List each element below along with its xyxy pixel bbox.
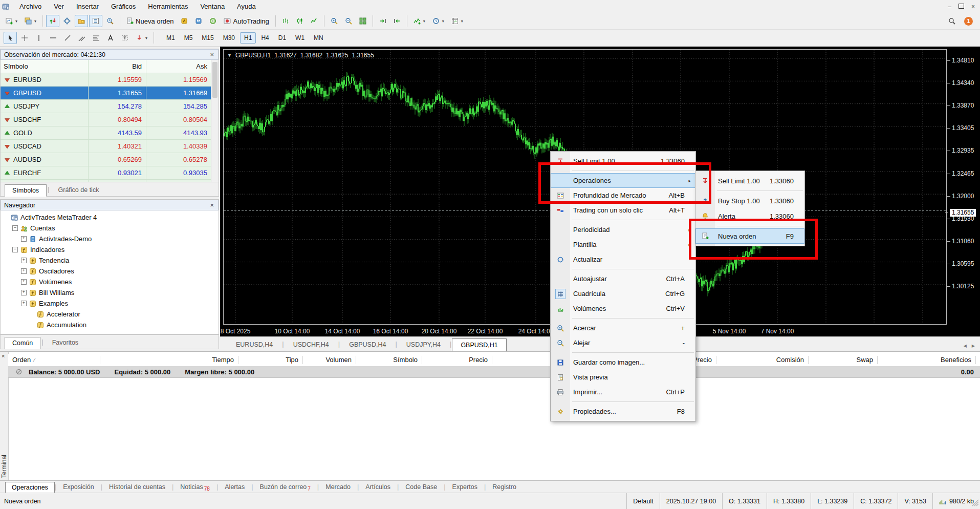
notification-badge[interactable]: 1 [964, 17, 973, 26]
terminal-tab-buzon-de-correo[interactable]: Buzón de correo7 [253, 481, 317, 493]
tree-item-volumenes[interactable]: +Volúmenes [1, 277, 219, 287]
close-icon[interactable]: × [209, 202, 215, 208]
context-menu-item-alejar[interactable]: Alejar- [551, 335, 695, 350]
strategy-tester-button[interactable] [103, 15, 117, 27]
text-tool[interactable] [104, 32, 117, 44]
market-watch-tab-grafico-de-tick[interactable]: Gráfico de tick [51, 184, 107, 196]
expand-plus-icon[interactable]: + [21, 290, 27, 295]
dropdown-caret-icon[interactable]: ▾ [442, 19, 444, 24]
submenu-item-alerta[interactable]: Alerta1.33060 [695, 208, 804, 224]
tree-item-bill-williams[interactable]: +Bill Williams [1, 287, 219, 298]
terminal-column-beneficios-10[interactable]: Beneficios [878, 356, 976, 364]
tree-item-activtrades-demo[interactable]: +Activtrades-Demo [1, 234, 219, 244]
terminal-column-tiempo-1[interactable]: Tiempo [100, 356, 238, 364]
terminal-column-simbolo-4[interactable]: Símbolo [356, 356, 422, 364]
bar-chart-button[interactable] [279, 15, 292, 27]
chart-tab-gbpusd-h4[interactable]: GBPUSD,H4 [340, 338, 395, 351]
context-menu-item-volumenes[interactable]: VolúmenesCtrl+V [551, 301, 695, 316]
terminal-tab-articulos[interactable]: Artículos [359, 481, 397, 493]
context-menu-item-propiedades[interactable]: Propiedades...F8 [551, 404, 695, 419]
dropdown-caret-icon[interactable]: ▾ [461, 19, 463, 24]
symbol-row-gold[interactable]: GOLD4143.594143.93 [1, 126, 211, 140]
crosshair-tool[interactable] [18, 32, 31, 44]
symbol-row-audusd[interactable]: AUDUSD0.652690.65278 [1, 153, 211, 166]
symbol-row-usdjpy[interactable]: USDJPY154.278154.285 [1, 100, 211, 113]
expand-plus-icon[interactable]: + [21, 279, 27, 285]
arrows-tool[interactable]: ▾ [133, 32, 150, 44]
scrollbar-thumb[interactable] [212, 62, 217, 98]
metaquotes-button[interactable] [192, 15, 205, 27]
dropdown-caret-icon[interactable]: ▾ [15, 19, 17, 24]
context-menu-item-profundidad-de-mercado[interactable]: Profundidad de MercadoAlt+B [551, 188, 695, 203]
context-menu-item-plantilla[interactable]: Plantilla▸ [551, 237, 695, 252]
menu-herramientas[interactable]: Herramientas [142, 1, 194, 12]
context-menu-item-guardar-como-imagen[interactable]: Guardar como imagen... [551, 355, 695, 370]
submenu-item-nueva-orden[interactable]: Nueva ordenF9 [695, 228, 804, 244]
context-menu-item-autoajustar[interactable]: AutoajustarCtrl+A [551, 271, 695, 286]
terminal-tab-exposicion[interactable]: Exposición [56, 481, 100, 493]
templates-button[interactable]: ▾ [448, 15, 466, 27]
context-menu-item-periodicidad[interactable]: Periodicidad▸ [551, 222, 695, 237]
auto-scroll-button[interactable] [376, 15, 389, 27]
terminal-tab-noticias[interactable]: Noticias78 [173, 481, 216, 493]
context-menu-item-cuadricula[interactable]: CuadrículaCtrl+G [551, 286, 695, 301]
terminal-column-comision-8[interactable]: Comisión [716, 356, 809, 364]
terminal-toggle[interactable] [89, 15, 102, 27]
timeframe-w1[interactable]: W1 [291, 32, 309, 44]
timeframe-d1[interactable]: D1 [274, 32, 290, 44]
close-button[interactable]: × [971, 4, 975, 10]
collapse-minus-icon[interactable]: − [12, 247, 18, 252]
chart-tab-eurusd-h4[interactable]: EURUSD,H4 [227, 338, 281, 351]
context-menu-item-acercar[interactable]: Acercar+ [551, 321, 695, 335]
expand-plus-icon[interactable]: + [21, 258, 27, 263]
terminal-column-orden-0[interactable]: Orden∕ [8, 356, 100, 364]
periods-button[interactable]: ▾ [429, 15, 447, 27]
menu-graficos[interactable]: Gráficos [105, 1, 142, 12]
minimize-button[interactable]: – [948, 4, 951, 10]
horizontal-line-tool[interactable] [47, 32, 60, 44]
navigator-toggle[interactable] [75, 15, 88, 27]
context-menu-item-imprimir[interactable]: Imprimir...Ctrl+P [551, 385, 695, 399]
scroll-left-icon[interactable]: ◀ [964, 344, 967, 348]
terminal-tab-registro[interactable]: Registro [486, 481, 523, 493]
tree-item-accumulation[interactable]: Accumulation [1, 320, 219, 330]
community-button[interactable] [206, 15, 220, 27]
dropdown-caret-icon[interactable]: ▾ [423, 19, 425, 24]
timeframe-m30[interactable]: M30 [219, 32, 239, 44]
terminal-tab-operaciones[interactable]: Operaciones [5, 482, 55, 493]
context-menu-item-trading-con-un-solo-clic[interactable]: Trading con un solo clicAlt+T [551, 203, 695, 218]
tree-item-osciladores[interactable]: +Osciladores [1, 266, 219, 277]
collapse-minus-icon[interactable]: − [12, 225, 18, 231]
timeframe-mn[interactable]: MN [310, 32, 328, 44]
metaeditor-button[interactable] [178, 15, 191, 27]
navigator-tab-favoritos[interactable]: Favoritos [45, 336, 86, 349]
tree-item-accelerator[interactable]: Accelerator [1, 309, 219, 320]
market-watch-tab-simbolos[interactable]: Símbolos [5, 184, 47, 197]
terminal-column-volumen-3[interactable]: Volumen [303, 356, 356, 364]
data-window-button[interactable] [60, 15, 74, 27]
menu-archivo[interactable]: Archivo [13, 1, 48, 12]
terminal-column-tipo-2[interactable]: Tipo [238, 356, 303, 364]
fibonacci-tool[interactable] [90, 32, 103, 44]
dropdown-caret-icon[interactable]: ▾ [34, 19, 36, 24]
timeframe-m1[interactable]: M1 [162, 32, 179, 44]
cursor-tool[interactable] [4, 32, 17, 44]
autotrading-button[interactable]: AutoTrading [221, 15, 272, 28]
close-icon[interactable]: × [209, 51, 215, 58]
label-tool[interactable] [118, 32, 132, 44]
tree-item-activtrades-metatrader-4[interactable]: ActivTrades MetaTrader 4 [1, 212, 219, 223]
symbol-row-usdchf[interactable]: USDCHF0.804940.80504 [1, 113, 211, 126]
terminal-column-swap-9[interactable]: Swap [809, 356, 878, 364]
channel-tool[interactable] [75, 32, 89, 44]
timeframe-m15[interactable]: M15 [198, 32, 217, 44]
restore-button[interactable] [959, 4, 964, 10]
trendline-tool[interactable] [61, 32, 74, 44]
zoom-out-button[interactable] [342, 15, 355, 27]
expand-plus-icon[interactable]: + [21, 236, 27, 242]
menu-ver[interactable]: Ver [48, 1, 70, 12]
zoom-in-button[interactable] [328, 15, 341, 27]
resize-grip[interactable] [972, 499, 979, 508]
tile-windows-button[interactable] [356, 15, 369, 27]
market-watch-toggle[interactable] [46, 15, 59, 27]
context-menu-item-operaciones[interactable]: Operaciones▸ [551, 173, 695, 188]
